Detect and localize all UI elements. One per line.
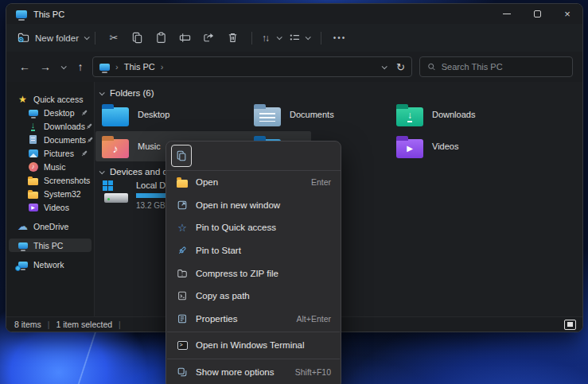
breadcrumb-separator: ›: [161, 62, 164, 72]
breadcrumb-this-pc[interactable]: This PC: [124, 62, 155, 72]
breadcrumb-separator: ›: [115, 62, 119, 72]
sidebar-item-quick-access[interactable]: ★ Quick access: [6, 92, 94, 106]
copy-icon: [176, 150, 187, 161]
navigation-pane: ★ Quick access Desktop ↓ Downloads Docum…: [6, 82, 95, 316]
sidebar-item-pictures[interactable]: Pictures: [6, 146, 94, 160]
local-disk-icon: [101, 180, 130, 204]
menu-item-properties[interactable]: Properties Alt+Enter: [166, 308, 341, 331]
address-dropdown-icon[interactable]: [382, 64, 387, 69]
cut-icon: ✂: [110, 33, 119, 43]
sort-button[interactable]: ↑↓: [259, 29, 284, 48]
address-row: ← → ↑ › This PC › ↻: [6, 52, 582, 82]
delete-button[interactable]: [221, 29, 245, 48]
view-button[interactable]: [284, 29, 314, 48]
menu-separator: [167, 359, 340, 359]
maximize-button[interactable]: [522, 4, 552, 24]
menu-item-pin-to-quick-access[interactable]: ☆ Pin to Quick access: [166, 216, 341, 239]
item-count: 8 items: [14, 320, 41, 329]
up-button[interactable]: ↑: [70, 57, 91, 76]
show-more-options-icon: [175, 367, 189, 378]
new-folder-icon: [18, 32, 29, 44]
chevron-down-icon: [84, 34, 90, 40]
pin-icon: [85, 122, 93, 130]
sort-icon: ↑↓: [262, 33, 268, 44]
sidebar-item-videos[interactable]: ▶ Videos: [6, 200, 94, 214]
context-menu-command-strip: [166, 142, 341, 171]
menu-item-open[interactable]: Open Enter: [166, 171, 341, 194]
pin-icon: [86, 136, 94, 144]
folders-section-header[interactable]: Folders (6): [99, 88, 154, 98]
rename-button[interactable]: [173, 29, 197, 48]
star-icon: ★: [17, 95, 29, 104]
music-folder-icon: ♪: [102, 139, 129, 158]
status-divider: |: [119, 320, 121, 329]
chevron-down-icon: [60, 64, 66, 69]
menu-item-open-windows-terminal[interactable]: > Open in Windows Terminal: [166, 334, 341, 357]
new-folder-button[interactable]: New folder: [18, 32, 88, 44]
menu-item-compress-zip[interactable]: Compress to ZIP file: [166, 262, 341, 285]
title-bar[interactable]: This PC ×: [6, 4, 582, 24]
sidebar-item-downloads[interactable]: ↓ Downloads: [6, 119, 94, 133]
folder-tile-desktop[interactable]: Desktop: [95, 99, 176, 130]
menu-item-copy-as-path[interactable]: Copy as path: [166, 285, 341, 308]
paste-button[interactable]: [150, 29, 173, 48]
sidebar-item-desktop[interactable]: Desktop: [6, 106, 94, 119]
folder-tile-videos[interactable]: ▶ Videos: [390, 131, 465, 161]
sidebar-item-network[interactable]: Network: [6, 258, 94, 271]
close-button[interactable]: ×: [552, 4, 582, 24]
sidebar-item-this-pc[interactable]: This PC: [9, 239, 92, 252]
menu-item-open-new-window[interactable]: Open in new window: [166, 194, 341, 217]
windows-terminal-icon: >: [175, 341, 189, 350]
sidebar-item-music[interactable]: ♪ Music: [6, 160, 94, 173]
folder-icon: [27, 189, 39, 199]
sidebar-item-system32[interactable]: System32: [6, 187, 94, 200]
command-bar: New folder ✂ ↑↓ •••: [6, 24, 582, 52]
menu-item-pin-to-start[interactable]: Pin to Start: [166, 239, 341, 262]
folders-section-title: Folders (6): [110, 88, 154, 98]
sidebar-item-documents[interactable]: Documents: [6, 133, 94, 146]
downloads-icon: ↓: [27, 121, 39, 131]
window-title: This PC: [33, 10, 64, 19]
properties-icon: [175, 313, 189, 324]
status-divider: |: [48, 320, 50, 329]
network-icon: [17, 262, 29, 268]
sidebar-item-onedrive[interactable]: ☁ OneDrive: [6, 219, 94, 233]
forward-button[interactable]: →: [35, 57, 56, 76]
share-icon: [203, 32, 215, 44]
copy-button[interactable]: [171, 145, 192, 167]
menu-item-show-more-options[interactable]: Show more options Shift+F10: [166, 361, 341, 384]
address-bar[interactable]: › This PC › ↻: [92, 56, 412, 77]
see-more-button[interactable]: •••: [328, 29, 352, 48]
minimize-button[interactable]: [492, 4, 522, 24]
large-icons-view-icon: [564, 320, 576, 330]
search-input[interactable]: [442, 62, 565, 72]
music-icon: ♪: [27, 162, 39, 172]
this-pc-icon: [99, 64, 110, 71]
open-new-window-icon: [175, 200, 189, 211]
folder-tile-downloads[interactable]: ↓ Downloads: [390, 99, 481, 130]
documents-folder-icon: [254, 107, 281, 126]
copy-button[interactable]: [126, 29, 150, 48]
maximize-icon: [534, 10, 541, 17]
desktop: This PC × New folder ✂ ↑↓: [0, 0, 588, 384]
desktop-icon: [27, 110, 39, 116]
videos-icon: ▶: [27, 204, 39, 211]
refresh-button[interactable]: ↻: [396, 61, 405, 73]
recent-locations-button[interactable]: [56, 57, 70, 76]
pin-quick-access-star-icon: ☆: [175, 223, 189, 233]
rename-icon: [179, 32, 191, 44]
share-button[interactable]: [197, 29, 221, 48]
thumbnail-view-button[interactable]: [564, 320, 576, 330]
zip-folder-icon: [175, 268, 189, 279]
toolbar-divider: [321, 32, 321, 45]
cut-button[interactable]: ✂: [102, 29, 126, 48]
sidebar-item-screenshots[interactable]: Screenshots: [6, 173, 94, 187]
menu-separator: [167, 332, 340, 332]
desktop-folder-icon: [102, 107, 129, 126]
chevron-down-icon: [306, 34, 311, 40]
toolbar-divider: [95, 32, 95, 45]
folder-tile-documents[interactable]: Documents: [247, 99, 341, 130]
search-box[interactable]: [419, 56, 573, 77]
back-button[interactable]: ←: [14, 57, 35, 76]
context-menu: Open Enter Open in new window ☆ Pin to Q…: [165, 141, 341, 384]
